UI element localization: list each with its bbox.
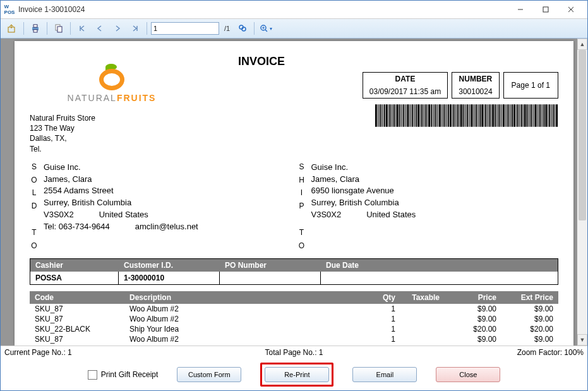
svg-rect-116	[528, 104, 529, 127]
status-current-page: Current Page No.: 1	[4, 348, 198, 357]
maximize-button[interactable]	[533, 3, 558, 16]
svg-rect-90	[488, 104, 489, 127]
scroll-down-icon[interactable]: ▼	[577, 334, 587, 346]
svg-rect-87	[484, 104, 484, 127]
export-icon[interactable]	[4, 21, 20, 35]
svg-rect-96	[498, 104, 498, 127]
next-page-icon[interactable]	[110, 21, 125, 35]
svg-rect-24	[388, 104, 389, 127]
close-window-button[interactable]	[558, 3, 584, 16]
item-row: SKU_87Woo Album #21$9.00$9.00	[30, 304, 558, 314]
svg-rect-85	[480, 104, 481, 127]
scroll-up-icon[interactable]: ▲	[577, 39, 587, 50]
svg-rect-75	[465, 104, 466, 127]
status-zoom: Zoom Factor: 100%	[390, 348, 584, 357]
ship-to-block: Guise Inc. James, Clara 6950 lionsgate A…	[311, 162, 416, 251]
sold-to-block: Guise Inc. James, Clara 2554 Adams Stree…	[44, 162, 198, 251]
svg-rect-79	[471, 104, 473, 127]
reprint-button[interactable]: Re-Print	[265, 367, 329, 382]
svg-rect-88	[485, 104, 486, 127]
svg-rect-122	[537, 104, 537, 127]
vertical-scrollbar[interactable]: ▲ ▼	[577, 39, 587, 346]
svg-rect-58	[439, 104, 441, 127]
svg-rect-130	[549, 104, 550, 127]
window-title: Invoice 1-30010024	[18, 5, 508, 14]
search-icon[interactable]	[235, 21, 250, 35]
svg-rect-48	[424, 104, 425, 127]
svg-rect-44	[417, 104, 419, 127]
page-number-input[interactable]	[151, 22, 219, 35]
copy-icon[interactable]	[51, 21, 66, 35]
svg-rect-109	[517, 104, 519, 127]
svg-rect-113	[523, 104, 524, 127]
sold-to-label: SOLD TO	[30, 162, 39, 251]
svg-rect-95	[496, 104, 497, 127]
svg-rect-51	[428, 104, 430, 127]
invoice-page: NATURALFRUITS Natural Fruits Store 123 T…	[15, 41, 573, 346]
svg-rect-9	[57, 27, 62, 32]
app-icon: WPOS	[4, 4, 15, 15]
svg-rect-35	[405, 104, 405, 127]
page-total-label: /1	[224, 25, 230, 32]
svg-rect-63	[447, 104, 447, 127]
svg-rect-68	[455, 104, 455, 127]
svg-line-13	[265, 30, 267, 32]
svg-rect-80	[473, 104, 474, 127]
svg-rect-66	[452, 104, 453, 127]
svg-rect-33	[402, 104, 402, 127]
svg-rect-28	[393, 104, 395, 127]
svg-rect-106	[512, 104, 513, 127]
svg-rect-111	[520, 104, 520, 127]
first-page-icon[interactable]	[75, 21, 90, 35]
close-button[interactable]: Close	[436, 367, 500, 382]
svg-rect-17	[378, 104, 378, 127]
svg-rect-100	[503, 104, 505, 127]
svg-rect-62	[445, 104, 446, 127]
report-viewer: NATURALFRUITS Natural Fruits Store 123 T…	[1, 39, 587, 346]
email-button[interactable]: Email	[352, 367, 417, 382]
svg-rect-133	[553, 104, 555, 127]
svg-rect-114	[524, 104, 526, 127]
svg-rect-16	[375, 104, 377, 127]
svg-rect-30	[397, 104, 399, 127]
svg-rect-54	[434, 104, 435, 127]
barcode	[200, 104, 558, 128]
print-icon[interactable]	[28, 21, 43, 35]
svg-rect-89	[487, 104, 488, 127]
svg-rect-86	[481, 104, 483, 127]
svg-rect-29	[395, 104, 396, 127]
reprint-highlight: Re-Print	[260, 363, 333, 387]
svg-rect-19	[380, 104, 381, 127]
zoom-icon[interactable]: ▾	[258, 21, 273, 35]
svg-rect-38	[409, 104, 410, 127]
svg-rect-74	[464, 104, 465, 127]
svg-rect-1	[543, 7, 548, 12]
status-total-page: Total Page No.: 1	[198, 348, 391, 357]
prev-page-icon[interactable]	[92, 21, 107, 35]
page-box: Page 1 of 1	[503, 72, 558, 99]
svg-rect-53	[433, 104, 433, 127]
invoice-window: WPOS Invoice 1-30010024 /1 ▾	[0, 0, 588, 391]
svg-rect-99	[501, 104, 502, 127]
status-bar: Current Page No.: 1 Total Page No.: 1 Zo…	[1, 346, 587, 359]
svg-rect-32	[400, 104, 401, 127]
svg-rect-47	[423, 104, 424, 127]
custom-form-button[interactable]: Custom Form	[177, 367, 241, 382]
svg-rect-73	[462, 104, 464, 127]
svg-rect-101	[505, 104, 506, 127]
titlebar: WPOS Invoice 1-30010024	[1, 1, 587, 19]
last-page-icon[interactable]	[128, 21, 143, 35]
svg-rect-20	[381, 104, 382, 127]
minimize-button[interactable]	[508, 3, 533, 16]
svg-rect-22	[384, 104, 385, 127]
store-logo: NATURALFRUITS	[30, 55, 194, 112]
svg-rect-92	[491, 104, 491, 127]
svg-rect-72	[460, 104, 462, 127]
svg-rect-36	[406, 104, 407, 127]
svg-rect-125	[541, 104, 542, 127]
svg-rect-45	[420, 104, 421, 127]
item-row: SKU_87Woo Album #21$9.00$9.00	[30, 334, 558, 344]
svg-rect-67	[453, 104, 454, 127]
svg-rect-132	[552, 104, 553, 127]
print-gift-receipt-checkbox[interactable]: Print Gift Receipt	[88, 370, 159, 380]
